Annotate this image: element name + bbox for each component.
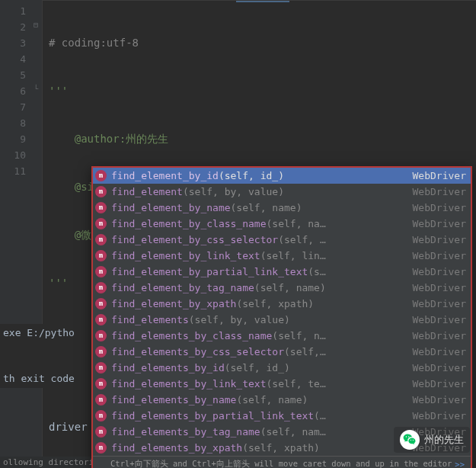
line-number: 4 (11, 51, 26, 67)
line-number-gutter: 1 2 3 4 5 6 7 8 9 10 11 (0, 0, 32, 468)
fold-column: ⊟ └ (32, 0, 43, 468)
autocomplete-item[interactable]: mfind_element_by_xpath(self, xpath)WebDr… (93, 296, 471, 312)
line-number: 6 (11, 83, 26, 99)
wechat-icon (400, 430, 420, 450)
method-icon: m (95, 346, 107, 357)
autocomplete-hint: Ctrl+向下箭头 and Ctrl+向上箭头 will move caret … (93, 456, 471, 468)
autocomplete-signature: find_element_by_name(self, name) (111, 202, 407, 213)
method-icon: m (95, 250, 107, 261)
method-icon: m (95, 394, 107, 405)
autocomplete-item[interactable]: mfind_element_by_tag_name(self, name)Web… (93, 280, 471, 296)
method-icon: m (95, 282, 107, 293)
method-icon: m (95, 442, 107, 454)
autocomplete-type: WebDriver (413, 266, 466, 277)
autocomplete-type: WebDriver (413, 218, 466, 229)
autocomplete-type: WebDriver (413, 330, 466, 341)
autocomplete-hint-text: Ctrl+向下箭头 and Ctrl+向上箭头 will move caret … (110, 459, 452, 468)
autocomplete-type: WebDriver (413, 346, 466, 357)
autocomplete-item[interactable]: mfind_elements_by_id(self, id_)WebDriver (93, 360, 471, 376)
line-number: 3 (11, 35, 26, 51)
method-icon: m (95, 410, 107, 422)
autocomplete-type: WebDriver (413, 170, 466, 181)
autocomplete-signature: find_elements_by_css_selector(self,… (111, 346, 407, 357)
line-number: 8 (11, 115, 26, 131)
autocomplete-list[interactable]: mfind_element_by_id(self, id_)WebDriverm… (93, 168, 471, 456)
autocomplete-signature: find_elements_by_class_name(self, n… (111, 330, 407, 341)
method-icon: m (95, 186, 107, 197)
line-number: 5 (11, 67, 26, 83)
line-number: 9 (11, 131, 26, 147)
autocomplete-type: WebDriver (413, 410, 466, 422)
autocomplete-signature: find_element(self, by, value) (111, 186, 407, 197)
method-icon: m (95, 266, 107, 277)
autocomplete-signature: find_element_by_class_name(self, na… (111, 218, 407, 229)
method-icon: m (95, 378, 107, 389)
autocomplete-type: WebDriver (413, 202, 466, 213)
fold-start-icon[interactable]: ⊟ (34, 21, 38, 29)
autocomplete-signature: find_element_by_xpath(self, xpath) (111, 298, 407, 309)
autocomplete-type: WebDriver (413, 282, 466, 293)
autocomplete-signature: find_element_by_css_selector(self, … (111, 234, 407, 245)
autocomplete-type: WebDriver (413, 394, 466, 405)
autocomplete-item[interactable]: mfind_element_by_name(self, name)WebDriv… (93, 200, 471, 216)
autocomplete-item[interactable]: mfind_element_by_class_name(self, na…Web… (93, 216, 471, 232)
console-panel: exe E:/pytho th exit code (0, 324, 91, 388)
autocomplete-item[interactable]: mfind_element_by_partial_link_text(s…Web… (93, 264, 471, 280)
method-icon: m (95, 170, 107, 181)
autocomplete-type: WebDriver (413, 186, 466, 197)
autocomplete-hint-link[interactable]: >> (455, 460, 465, 468)
method-icon: m (95, 202, 107, 213)
method-icon: m (95, 330, 107, 341)
autocomplete-signature: find_elements(self, by, value) (111, 314, 407, 325)
autocomplete-item[interactable]: mfind_elements_by_name(self, name)WebDri… (93, 392, 471, 408)
console-line: exe E:/pytho (0, 324, 91, 342)
autocomplete-item[interactable]: mfind_elements_by_partial_link_text(…Web… (93, 408, 471, 424)
autocomplete-item[interactable]: mfind_elements_by_link_text(self, te…Web… (93, 376, 471, 392)
autocomplete-item[interactable]: mfind_element_by_id(self, id_)WebDriver (93, 168, 471, 184)
autocomplete-signature: find_element_by_id(self, id_) (111, 170, 407, 181)
autocomplete-signature: find_elements_by_name(self, name) (111, 394, 407, 405)
autocomplete-signature: find_elements_by_id(self, id_) (111, 362, 407, 373)
autocomplete-signature: find_element_by_link_text(self, lin… (111, 250, 407, 261)
code-line: ''' (49, 83, 476, 99)
autocomplete-item[interactable]: mfind_element(self, by, value)WebDriver (93, 184, 471, 200)
method-icon: m (95, 218, 107, 229)
autocomplete-type: WebDriver (413, 314, 466, 325)
autocomplete-signature: find_element_by_tag_name(self, name) (111, 282, 407, 293)
autocomplete-item[interactable]: mfind_elements_by_css_selector(self,…Web… (93, 344, 471, 360)
autocomplete-type: WebDriver (413, 250, 466, 261)
autocomplete-item[interactable]: mfind_elements(self, by, value)WebDriver (93, 312, 471, 328)
line-number: 7 (11, 99, 26, 115)
autocomplete-item[interactable]: mfind_elements_by_class_name(self, n…Web… (93, 328, 471, 344)
autocomplete-popup[interactable]: mfind_element_by_id(self, id_)WebDriverm… (91, 166, 472, 468)
line-number: 11 (11, 163, 26, 179)
wechat-watermark: 州的先生 (394, 427, 470, 453)
fold-end-icon: └ (34, 85, 38, 93)
autocomplete-item[interactable]: mfind_element_by_css_selector(self, …Web… (93, 232, 471, 248)
method-icon: m (95, 234, 107, 245)
autocomplete-signature: find_element_by_partial_link_text(s… (111, 266, 407, 277)
line-number: 1 (11, 3, 26, 19)
method-icon: m (95, 426, 107, 438)
autocomplete-signature: find_elements_by_link_text(self, te… (111, 378, 407, 389)
console-line: th exit code (0, 370, 91, 388)
line-number: 2 (11, 19, 26, 35)
line-number: 10 (11, 147, 26, 163)
code-line: # coding:utf-8 (49, 35, 476, 51)
autocomplete-type: WebDriver (413, 298, 466, 309)
method-icon: m (95, 298, 107, 309)
autocomplete-type: WebDriver (413, 362, 466, 373)
autocomplete-item[interactable]: mfind_element_by_link_text(self, lin…Web… (93, 248, 471, 264)
method-icon: m (95, 362, 107, 373)
watermark-text: 州的先生 (424, 433, 464, 447)
method-icon: m (95, 314, 107, 325)
autocomplete-signature: find_elements_by_partial_link_text(… (111, 410, 407, 422)
code-line: @author:州的先生 (49, 131, 476, 147)
autocomplete-signature: find_elements_by_tag_name(self, nam… (111, 426, 407, 438)
autocomplete-signature: find_elements_by_xpath(self, xpath) (111, 442, 407, 454)
autocomplete-type: WebDriver (413, 234, 466, 245)
autocomplete-type: WebDriver (413, 378, 466, 389)
